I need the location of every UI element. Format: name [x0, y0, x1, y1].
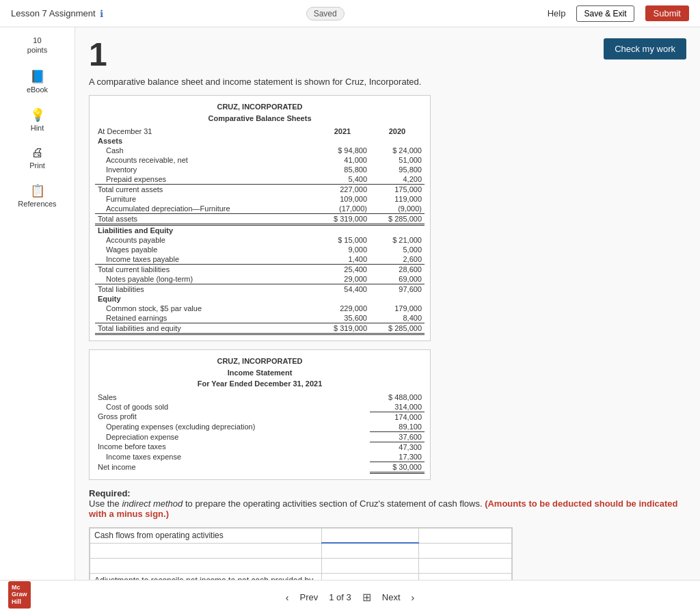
cash-flows-header: Cash flows from operating activities	[90, 528, 322, 543]
help-link[interactable]: Help	[548, 8, 566, 18]
table-row: Total current liabilities25,40028,600	[95, 265, 425, 275]
table-row: Gross profit174,000	[95, 412, 425, 422]
top-nav: Lesson 7 Assignment ℹ Saved Help Save & …	[0, 0, 700, 27]
table-row: Net income$ 30,000	[95, 462, 425, 472]
nav-title-area: Lesson 7 Assignment ℹ	[11, 8, 103, 19]
table-row: Cash$ 94,800$ 24,000	[95, 146, 425, 155]
main-layout: 10 points 📘 eBook 💡 Hint 🖨 Print 📋 Refer…	[0, 27, 700, 614]
check-btn-area: Check my work	[604, 38, 686, 59]
balance-sheet-table: CRUZ, INCORPORATED Comparative Balance S…	[89, 95, 431, 341]
table-row: Cost of goods sold314,000	[95, 402, 425, 412]
table-row: Furniture109,000119,000	[95, 194, 425, 204]
sidebar-item-ebook[interactable]: 📘 eBook	[7, 64, 68, 99]
table-row: Total assets$ 319,000$ 285,000	[95, 214, 425, 225]
table-row: Total current assets227,000175,000	[95, 185, 425, 195]
input-field[interactable]	[326, 561, 414, 570]
mcgraw-logo: Mc Graw Hill	[8, 581, 31, 609]
bs-section-header: Equity	[95, 294, 425, 304]
prev-link[interactable]: Prev	[299, 592, 318, 602]
question-number: 1	[89, 38, 107, 71]
save-exit-button[interactable]: Save & Exit	[576, 5, 634, 22]
required-section: Required: Use the indirect method to pre…	[89, 488, 686, 519]
page-info: 1 of 3	[329, 592, 351, 602]
table-row: Total liabilities and equity$ 319,000$ 2…	[95, 323, 425, 334]
hint-label: Hint	[31, 124, 44, 132]
table-row: Income taxes payable1,4002,600	[95, 254, 425, 265]
nav-actions: Help Save & Exit Submit	[548, 5, 689, 22]
income-statement-table: CRUZ, INCORPORATED Income Statement For …	[89, 349, 431, 480]
print-label: Print	[29, 161, 45, 170]
table-row: Accounts receivable, net41,00051,000	[95, 155, 425, 165]
references-label: References	[18, 200, 56, 208]
table-row: Notes payable (long-term)29,00069,000	[95, 274, 425, 284]
table-row[interactable]	[90, 558, 512, 573]
input-field[interactable]	[326, 546, 414, 555]
empty-cell	[419, 528, 512, 543]
table-row: Retained earnings35,6008,400	[95, 313, 425, 323]
ebook-icon: 📘	[30, 69, 45, 84]
table-row: Cash flows from operating activities	[90, 528, 512, 543]
table-row: Income taxes expense17,300	[95, 452, 425, 462]
check-my-work-button[interactable]: Check my work	[604, 38, 686, 59]
table-row[interactable]	[90, 543, 512, 558]
table-row: Accumulated depreciation—Furniture(17,00…	[95, 204, 425, 214]
table-row: Inventory85,80095,800	[95, 165, 425, 174]
bottom-nav: Mc Graw Hill ‹ Prev 1 of 3 ⊞ Next ›	[0, 580, 700, 614]
table-row: Depreciation expense37,600	[95, 431, 425, 442]
sidebar-item-references[interactable]: 📋 References	[7, 178, 68, 213]
table-row: Prepaid expenses5,4004,200	[95, 174, 425, 185]
table-row: Total liabilities54,40097,600	[95, 284, 425, 295]
table-row: Assets	[95, 136, 425, 146]
table-row: Common stock, $5 par value229,000179,000	[95, 304, 425, 313]
prev-arrow[interactable]: ‹	[286, 592, 289, 603]
bs-section-header: Assets	[95, 136, 425, 146]
lesson-title: Lesson 7 Assignment	[11, 8, 96, 18]
hint-icon: 💡	[30, 107, 45, 122]
empty-cell	[322, 528, 419, 543]
table-row: Income before taxes47,300	[95, 442, 425, 452]
sidebar: 10 points 📘 eBook 💡 Hint 🖨 Print 📋 Refer…	[0, 27, 75, 614]
table-row: Liabilities and Equity	[95, 225, 425, 236]
content-area: 1 Check my work A comparative balance sh…	[75, 27, 700, 614]
points-display: 10 points	[27, 36, 47, 55]
table-row: Sales$ 488,000	[95, 392, 425, 402]
ebook-label: eBook	[27, 85, 48, 94]
saved-status: Saved	[306, 7, 345, 21]
print-icon: 🖨	[31, 146, 44, 160]
next-arrow[interactable]: ›	[412, 592, 415, 603]
next-link[interactable]: Next	[382, 592, 401, 602]
table-row: Operating expenses (excluding depreciati…	[95, 422, 425, 432]
table-row: Wages payable9,0005,000	[95, 245, 425, 254]
sidebar-item-print[interactable]: 🖨 Print	[7, 140, 68, 175]
table-row: Equity	[95, 294, 425, 304]
table-row: Accounts payable$ 15,000$ 21,000	[95, 235, 425, 245]
question-intro: A comparative balance sheet and income s…	[89, 77, 686, 87]
references-icon: 📋	[30, 183, 45, 198]
submit-button[interactable]: Submit	[645, 5, 689, 21]
sidebar-item-hint[interactable]: 💡 Hint	[7, 102, 68, 137]
bs-section-header: Liabilities and Equity	[95, 225, 425, 236]
grid-icon[interactable]: ⊞	[362, 591, 371, 604]
info-icon: ℹ	[100, 8, 103, 19]
